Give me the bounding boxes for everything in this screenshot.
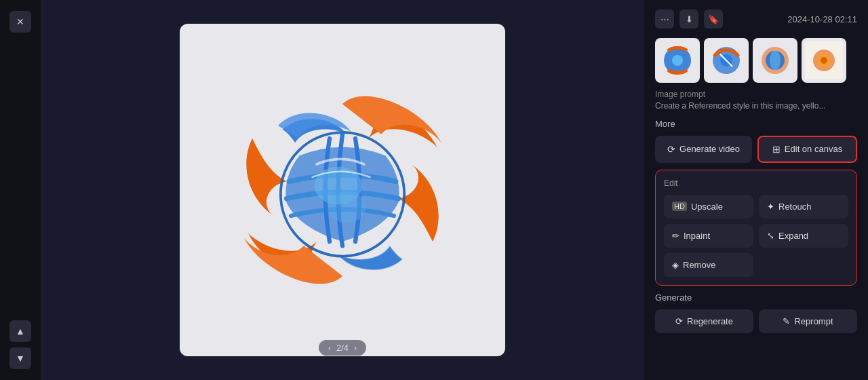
image-prompt-section: Image prompt Create a Referenced style i… — [655, 90, 857, 112]
more-label: More — [655, 119, 857, 129]
close-button[interactable]: ✕ — [9, 11, 31, 33]
download-button[interactable]: ⬇ — [679, 10, 698, 28]
regenerate-button[interactable]: ⟳ Regenerate — [655, 309, 753, 333]
image-prompt-label: Image prompt — [655, 90, 857, 99]
inpaint-label: Inpaint — [684, 231, 710, 241]
inpaint-button[interactable]: ✏ Inpaint — [664, 224, 753, 248]
svg-point-9 — [770, 51, 781, 70]
edit-section: Edit HD Upscale ✦ Retouch ✏ Inpaint ⤡ Ex… — [655, 170, 857, 286]
download-icon: ⬇ — [686, 14, 693, 24]
nav-down-button[interactable]: ▼ — [9, 347, 31, 369]
bookmark-button[interactable]: 🔖 — [704, 10, 723, 28]
video-icon: ⟳ — [667, 144, 675, 155]
thumbnail-2[interactable] — [704, 38, 749, 83]
generate-row: ⟳ Regenerate ✎ Reprompt — [655, 309, 857, 333]
edit-on-canvas-label: Edit on canvas — [785, 144, 842, 154]
retouch-icon: ✦ — [767, 202, 774, 212]
next-icon: › — [354, 343, 357, 353]
page-label: 2/4 — [336, 343, 349, 353]
generate-section-title: Generate — [655, 292, 857, 303]
more-actions-row: ⟳ Generate video ⊞ Edit on canvas — [655, 136, 857, 163]
more-section: More — [655, 119, 857, 129]
more-icon: ⋯ — [660, 14, 669, 24]
more-options-button[interactable]: ⋯ — [655, 10, 674, 28]
reprompt-label: Reprompt — [794, 316, 833, 326]
svg-point-13 — [821, 57, 827, 64]
generate-section: Generate — [655, 292, 857, 303]
expand-button[interactable]: ⤡ Expand — [759, 224, 848, 248]
thumbnails-row — [655, 38, 857, 83]
regenerate-label: Regenerate — [687, 316, 733, 326]
logo-image — [214, 61, 471, 319]
next-page-button[interactable]: › — [354, 343, 357, 353]
inpaint-icon: ✏ — [672, 231, 679, 241]
prev-icon: ‹ — [328, 343, 331, 353]
hd-icon: HD — [672, 202, 687, 211]
edit-on-canvas-button[interactable]: ⊞ Edit on canvas — [757, 136, 857, 163]
edit-section-title: Edit — [664, 178, 848, 188]
left-strip: ✕ ▲ ▼ — [0, 0, 41, 380]
svg-point-2 — [328, 192, 366, 223]
bookmark-icon: 🔖 — [708, 14, 719, 24]
nav-up-button[interactable]: ▲ — [9, 320, 31, 342]
generate-video-label: Generate video — [679, 144, 740, 154]
remove-icon: ◈ — [672, 260, 679, 270]
header-row: ⋯ ⬇ 🔖 2024-10-28 02:11 — [655, 10, 857, 31]
remove-button[interactable]: ◈ Remove — [664, 253, 753, 277]
remove-label: Remove — [683, 260, 715, 270]
reprompt-icon: ✎ — [783, 316, 790, 326]
expand-label: Expand — [778, 231, 808, 241]
edit-grid: HD Upscale ✦ Retouch ✏ Inpaint ⤡ Expand … — [664, 195, 848, 277]
canvas-icon: ⊞ — [772, 144, 781, 155]
header-actions: ⋯ ⬇ 🔖 — [655, 10, 723, 28]
reprompt-button[interactable]: ✎ Reprompt — [759, 309, 857, 333]
upscale-button[interactable]: HD Upscale — [664, 195, 753, 218]
thumbnail-1[interactable] — [655, 38, 700, 83]
prev-page-button[interactable]: ‹ — [328, 343, 331, 353]
svg-point-4 — [672, 55, 683, 66]
nav-arrows: ▲ ▼ — [9, 320, 31, 369]
regenerate-icon: ⟳ — [675, 316, 683, 326]
upscale-label: Upscale — [691, 202, 723, 212]
expand-icon: ⤡ — [767, 231, 774, 241]
generate-video-button[interactable]: ⟳ Generate video — [655, 136, 752, 163]
main-content: ‹ 2/4 › — [41, 0, 644, 380]
image-preview — [180, 24, 505, 356]
pagination: ‹ 2/4 › — [319, 340, 366, 356]
retouch-label: Retouch — [778, 202, 811, 212]
close-icon: ✕ — [16, 16, 24, 27]
right-panel: ⋯ ⬇ 🔖 2024-10-28 02:11 — [644, 0, 868, 380]
timestamp: 2024-10-28 02:11 — [787, 14, 857, 24]
chevron-down-icon: ▼ — [16, 353, 25, 364]
thumbnail-4[interactable] — [802, 38, 846, 83]
image-prompt-text: Create a Referenced style in this image,… — [655, 100, 857, 112]
thumbnail-3[interactable] — [753, 38, 797, 83]
retouch-button[interactable]: ✦ Retouch — [759, 195, 848, 218]
chevron-up-icon: ▲ — [16, 326, 25, 337]
